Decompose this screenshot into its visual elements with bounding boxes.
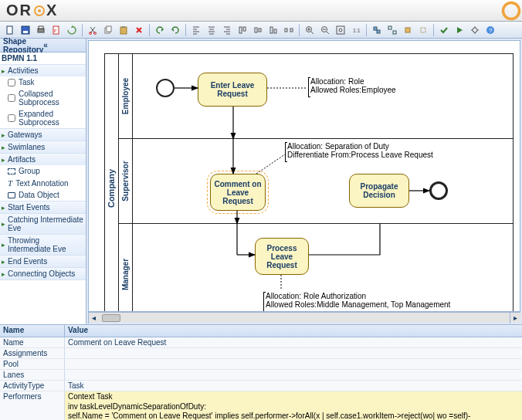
property-row[interactable]: NameComment on Leave Request — [0, 337, 522, 348]
property-value[interactable] — [65, 359, 522, 369]
repo-item[interactable]: Group — [0, 165, 86, 177]
task-propagate-decision[interactable]: Propagate Decision — [349, 174, 409, 208]
zoom-actual-icon[interactable]: 1:1 — [349, 23, 363, 37]
start-event[interactable] — [156, 79, 175, 97]
lane-supervisor[interactable]: Supervisor Comment on Leave Request Prop… — [119, 139, 513, 224]
paste-icon[interactable] — [117, 23, 130, 37]
align-top-icon[interactable] — [236, 23, 249, 37]
property-row[interactable]: ActivityTypeTask — [0, 381, 522, 391]
repo-item-checkbox[interactable] — [8, 79, 15, 86]
properties-column-name[interactable]: Name — [0, 325, 65, 337]
settings-icon[interactable] — [468, 23, 482, 37]
export-pdf-icon[interactable]: P — [49, 23, 63, 37]
undo-icon[interactable] — [153, 23, 167, 37]
lane-employee[interactable]: Employee Enter Leave Request Allocation:… — [119, 54, 513, 139]
bpmn-pool[interactable]: Company Employee Enter Leave Request All… — [104, 53, 514, 312]
svg-rect-14 — [239, 27, 242, 33]
repo-section[interactable]: ▸Swimlanes — [0, 141, 86, 154]
collapse-icon[interactable]: « — [43, 41, 83, 49]
new-icon[interactable] — [3, 23, 17, 37]
svg-rect-30 — [393, 31, 396, 34]
svg-rect-27 — [374, 27, 377, 30]
repo-item-checkbox[interactable] — [8, 114, 15, 122]
annotation-supervisor[interactable]: Allocation: Separation of Duty Different… — [287, 142, 465, 162]
svg-rect-19 — [274, 29, 276, 33]
repo-section[interactable]: ▸Start Events — [0, 202, 86, 214]
task-process-leave-request[interactable]: Process Leave Request — [255, 238, 309, 275]
canvas-horizontal-scrollbar[interactable]: ◂ ▸ — [88, 312, 520, 323]
property-value[interactable]: Context Taskinv taskLevelDynamicSeparati… — [65, 391, 522, 420]
task-comment-on-leave-request[interactable]: Comment on Leave Request — [210, 174, 266, 211]
scroll-right-icon[interactable]: ▸ — [510, 313, 520, 323]
lane-manager[interactable]: Manager Process Leave Request Allocation… — [119, 224, 513, 312]
validate-icon[interactable] — [437, 23, 451, 37]
repo-item-checkbox[interactable] — [8, 94, 15, 102]
text-annotation-icon: T — [8, 178, 12, 188]
run-icon[interactable] — [453, 23, 466, 37]
shape-repository-panel: Shape Repository « BPMN 1.1 ▸ActivitiesT… — [0, 39, 86, 324]
property-value[interactable]: Comment on Leave Request — [65, 337, 522, 347]
property-row[interactable]: Lanes — [0, 370, 522, 381]
repo-section[interactable]: ▸Catching Intermediate Eve — [0, 214, 86, 235]
repo-item[interactable]: Data Object — [0, 189, 86, 201]
save-icon[interactable] — [19, 23, 32, 37]
print-icon[interactable] — [34, 23, 48, 37]
copy-icon[interactable] — [101, 23, 115, 37]
repo-item[interactable]: Collapsed Subprocess — [0, 88, 86, 108]
svg-rect-18 — [270, 27, 273, 33]
svg-text:1:1: 1:1 — [353, 28, 361, 33]
align-left-icon[interactable] — [189, 23, 203, 37]
ungroup-icon[interactable] — [385, 23, 399, 37]
align-right-icon[interactable] — [220, 23, 234, 37]
annotation-manager[interactable]: Allocation: Role Authorization Allowed R… — [266, 292, 482, 312]
repo-section[interactable]: ▸Connecting Objects — [0, 268, 86, 280]
repo-item[interactable]: Expanded Subprocess — [0, 108, 86, 128]
repo-banner[interactable]: BPMN 1.1 — [0, 52, 86, 65]
repo-section[interactable]: ▸Throwing Intermediate Eve — [0, 235, 86, 256]
property-value[interactable] — [65, 370, 522, 380]
zoom-fit-icon[interactable] — [334, 23, 347, 37]
properties-column-value[interactable]: Value — [65, 325, 91, 337]
help-icon[interactable]: ? — [483, 23, 497, 37]
end-event[interactable] — [429, 181, 448, 200]
property-row[interactable]: Pool — [0, 359, 522, 370]
repo-section[interactable]: ▸ArtifactsGroupTText AnnotationData Obje… — [0, 154, 86, 202]
repo-section[interactable]: ▸Gateways — [0, 129, 86, 141]
repo-item[interactable]: Task — [0, 76, 86, 88]
svg-rect-20 — [285, 29, 287, 32]
group-icon[interactable] — [370, 23, 384, 37]
repo-section[interactable]: ▸ActivitiesTaskCollapsed SubprocessExpan… — [0, 65, 86, 129]
shape-repository-header[interactable]: Shape Repository « — [0, 39, 86, 52]
property-name: Pool — [0, 359, 65, 369]
diagram-canvas[interactable]: Company Employee Enter Leave Request All… — [88, 40, 520, 312]
repo-item-label: Data Object — [19, 191, 59, 199]
repo-section-label: Gateways — [8, 130, 42, 139]
svg-rect-21 — [290, 29, 293, 32]
refresh-icon[interactable] — [65, 23, 79, 37]
zoom-out-icon[interactable] — [318, 23, 332, 37]
svg-rect-5 — [39, 26, 43, 29]
align-middle-icon[interactable] — [251, 23, 265, 37]
distribute-icon[interactable] — [282, 23, 296, 37]
cut-icon[interactable] — [86, 23, 100, 37]
send-back-icon[interactable] — [416, 23, 430, 37]
repo-item[interactable]: TText Annotation — [0, 177, 86, 189]
align-bottom-icon[interactable] — [266, 23, 280, 37]
repo-section[interactable]: ▸End Events — [0, 256, 86, 268]
property-row[interactable]: PerformersContext Taskinv taskLevelDynam… — [0, 391, 522, 420]
app-logo: OR X — [6, 2, 58, 19]
delete-icon[interactable] — [132, 23, 146, 37]
zoom-in-icon[interactable] — [303, 23, 317, 37]
bring-front-icon[interactable] — [401, 23, 415, 37]
align-center-icon[interactable] — [205, 23, 219, 37]
property-value[interactable]: Task — [65, 381, 522, 391]
annotation-employee[interactable]: Allocation: Role Allowed Roles:Employee — [310, 77, 442, 97]
property-row[interactable]: Assignments — [0, 348, 522, 359]
task-enter-leave-request[interactable]: Enter Leave Request — [198, 73, 267, 107]
scroll-thumb[interactable] — [102, 314, 120, 322]
scroll-left-icon[interactable]: ◂ — [88, 313, 99, 323]
redo-icon[interactable] — [168, 23, 182, 37]
property-name: Name — [0, 337, 65, 347]
property-value[interactable] — [65, 348, 522, 358]
titlebar-extra-icon[interactable] — [500, 0, 522, 22]
